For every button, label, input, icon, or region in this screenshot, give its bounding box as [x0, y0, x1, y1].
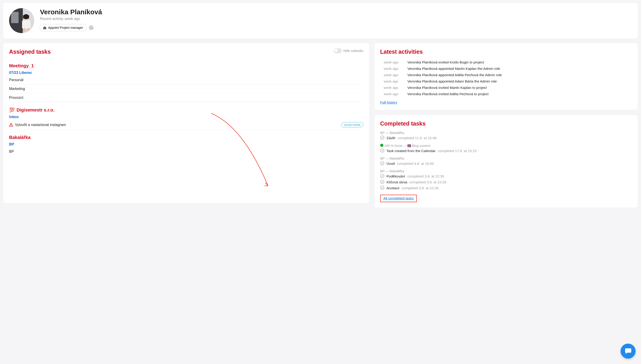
svg-rect-7	[27, 28, 29, 32]
check-circle-icon	[380, 186, 384, 190]
project-name: Bakalářka	[9, 135, 31, 140]
completed-title: Completed tasks	[380, 120, 632, 127]
check-circle-icon	[380, 174, 384, 179]
completed-task-name: Úvod	[386, 162, 395, 166]
svg-point-19	[380, 149, 384, 152]
completed-task-row[interactable]: Task created from the Calendarcompleted …	[380, 148, 632, 154]
activity-row[interactable]: week agoVeronika Planíková invited Adéla…	[380, 91, 632, 97]
completed-task-row[interactable]: Úvodcompleted 4.8. at 16:09	[380, 161, 632, 166]
activities-card: Latest activities week agoVeronika Planí…	[374, 43, 638, 110]
completed-task-name: Poděkování	[386, 174, 405, 178]
assigned-title: Assigned tasks	[9, 48, 51, 55]
task-name: BP	[9, 150, 14, 154]
completed-task-meta: completed 3.8. at 22:35	[407, 174, 444, 178]
project-title[interactable]: Bakalářka	[9, 135, 363, 140]
task-name: Personál	[9, 78, 23, 82]
profile-recent-activity: Recent activity week ago	[40, 17, 102, 21]
svg-point-12	[11, 126, 11, 126]
check-circle-icon	[380, 161, 384, 166]
toggle-icon	[334, 48, 342, 53]
full-history-link[interactable]: Full history	[380, 100, 397, 104]
completed-task-name: Task created from the Calendar	[386, 149, 436, 153]
all-completed-link[interactable]: All completed tasks	[383, 196, 414, 200]
check-circle-icon	[380, 148, 384, 154]
stage-title[interactable]: BP	[9, 142, 363, 146]
svg-rect-5	[22, 20, 31, 29]
task-row[interactable]: Vytvořit a nastartovat instagramsocial m…	[9, 120, 363, 130]
completed-task-name: Klíčová slova	[386, 180, 407, 184]
activity-time: week ago	[380, 79, 398, 84]
project-title[interactable]: Meetingy_1	[9, 63, 363, 68]
hide-subtasks-label: Hide subtasks	[343, 49, 363, 52]
activity-time: week ago	[380, 67, 398, 71]
svg-rect-8	[43, 27, 46, 29]
activity-text: Veronika Planíková appointed Adam Bárta …	[407, 79, 632, 84]
completed-task-row[interactable]: Anotacecompleted 3.8. at 22:28	[380, 186, 632, 190]
warning-icon	[9, 123, 13, 127]
profile-name: Veronika Planíková	[40, 8, 102, 16]
task-name: Provozní	[9, 96, 23, 100]
activity-row[interactable]: week agoVeronika Planíková appointed Ada…	[380, 78, 632, 84]
svg-point-13	[380, 136, 384, 140]
completed-task-row[interactable]: Závěrcompleted 11.9. at 15:48	[380, 136, 632, 140]
activity-text: Veronika Planíková invited Martin Kaplan…	[407, 86, 632, 90]
project-title[interactable]: 💯Digisemestr s.r.o.	[9, 107, 363, 113]
activities-title: Latest activities	[380, 48, 632, 55]
hide-subtasks-toggle[interactable]: Hide subtasks	[334, 48, 363, 53]
svg-rect-6	[24, 28, 26, 32]
completed-context: BP — Bakalářka	[380, 156, 632, 160]
completed-context: 100 % Done — Blog content	[380, 144, 632, 148]
stage-title[interactable]: 07/23 Liberec	[9, 71, 363, 75]
svg-point-23	[380, 186, 384, 190]
activity-row[interactable]: week agoVeronika Planíková appointed Adé…	[380, 72, 632, 78]
task-row[interactable]: Personál	[9, 76, 363, 84]
activity-text: Veronika Planíková appointed Martin Kapl…	[407, 67, 632, 71]
activity-row[interactable]: week agoVeronika Planíková invited Marti…	[380, 84, 632, 91]
activity-row[interactable]: week agoVeronika Planíková appointed Mar…	[380, 66, 632, 72]
completed-task-name: Závěr	[386, 136, 396, 140]
activity-time: week ago	[380, 73, 398, 77]
svg-rect-9	[44, 26, 45, 27]
help-icon[interactable]: ?	[89, 26, 94, 30]
activity-time: week ago	[380, 60, 398, 64]
completed-task-meta: completed 17.8. at 15:23	[438, 149, 477, 153]
uk-flag-icon	[407, 144, 411, 148]
completed-task-row[interactable]: Klíčová slovacompleted 3.8. at 22:28	[380, 180, 632, 185]
completed-card: Completed tasks BP — BakalářkaZávěrcompl…	[374, 115, 638, 208]
completed-task-meta: completed 3.8. at 22:28	[409, 180, 446, 184]
assigned-tasks-card: Assigned tasks Hide subtasks Meetingy_10…	[3, 43, 369, 203]
appoint-pm-label: Appoint Project manager	[48, 26, 83, 30]
briefcase-icon	[43, 26, 46, 29]
check-circle-icon	[380, 180, 384, 185]
completed-task-meta: completed 11.9. at 15:48	[398, 136, 437, 140]
green-dot-icon	[380, 144, 383, 147]
check-circle-icon	[380, 136, 384, 140]
activity-text: Veronika Planíková appointed Adéla Pecho…	[407, 73, 632, 77]
task-row[interactable]: Provozní	[9, 94, 363, 102]
completed-task-meta: completed 4.8. at 16:09	[397, 162, 434, 166]
all-completed-link-box: All completed tasks	[380, 195, 417, 202]
completed-context: BP — Bakalářka	[380, 169, 632, 173]
svg-point-20	[380, 161, 384, 165]
completed-task-meta: completed 3.8. at 22:28	[402, 186, 439, 190]
svg-rect-3	[11, 12, 19, 23]
task-row[interactable]: BP	[9, 147, 363, 156]
completed-task-name: Anotace	[386, 186, 399, 190]
task-tag[interactable]: social media	[341, 122, 363, 128]
activity-text: Veronika Planíková invited Kvído Bugin t…	[407, 60, 632, 64]
project-name: Digisemestr s.r.o.	[17, 108, 55, 113]
svg-point-22	[380, 180, 384, 184]
activity-row[interactable]: week agoVeronika Planíková invited Kvído…	[380, 59, 632, 66]
svg-rect-18	[407, 146, 411, 146]
appoint-pm-button[interactable]: Appoint Project manager	[40, 24, 86, 31]
avatar[interactable]	[9, 8, 34, 33]
activity-time: week ago	[380, 92, 398, 96]
completed-task-row[interactable]: Poděkovánícompleted 3.8. at 22:35	[380, 174, 632, 179]
avatar-image	[9, 8, 34, 33]
stage-title[interactable]: Inbox	[9, 115, 363, 119]
activity-text: Veronika Planíková invited Adéla Pechová…	[407, 92, 632, 96]
task-row[interactable]: Marketing	[9, 84, 363, 94]
svg-point-21	[380, 174, 384, 178]
project-emoji-icon: 💯	[9, 107, 15, 113]
task-name: Vytvořit a nastartovat instagram	[15, 123, 66, 127]
